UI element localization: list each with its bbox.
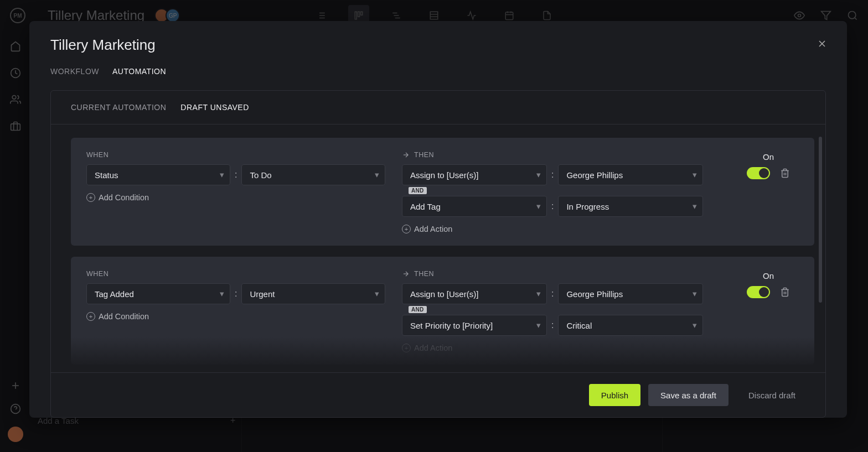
add-condition-label: Add Condition [99, 312, 149, 321]
when-value-select[interactable]: To Do ▾ [241, 164, 385, 185]
toggle-label: On [763, 271, 774, 280]
svg-line-22 [855, 18, 857, 20]
arrow-right-icon [402, 270, 410, 278]
svg-marker-20 [822, 12, 831, 20]
select-value: Critical [566, 321, 592, 330]
svg-point-24 [12, 96, 16, 100]
briefcase-icon[interactable] [10, 121, 21, 132]
add-condition-label: Add Condition [99, 193, 149, 202]
svg-rect-8 [361, 12, 363, 15]
svg-rect-15 [505, 12, 513, 20]
select-value: Status [95, 170, 118, 180]
select-value: Urgent [250, 289, 275, 299]
chevron-down-icon: ▾ [220, 289, 224, 299]
select-value: Assign to [User(s)] [410, 170, 478, 180]
recent-icon[interactable] [10, 67, 21, 79]
select-value: George Phillips [566, 289, 623, 299]
select-value: Assign to [User(s)] [410, 289, 478, 299]
delete-rule-button[interactable] [780, 287, 790, 297]
colon: : [235, 170, 237, 180]
close-button[interactable] [815, 37, 829, 51]
plus-circle-icon: + [86, 312, 95, 321]
select-value: Tag Added [95, 289, 134, 299]
modal-title: Tillery Marketing [50, 37, 826, 54]
home-icon[interactable] [10, 41, 21, 52]
when-field-select[interactable]: Tag Added ▾ [86, 283, 230, 304]
svg-rect-25 [11, 124, 20, 131]
add-condition-button[interactable]: + Add Condition [86, 312, 396, 321]
add-action-button[interactable]: + Add Action [402, 225, 732, 233]
chevron-down-icon: ▾ [536, 201, 541, 211]
search-icon[interactable] [847, 10, 858, 21]
and-badge: AND [409, 306, 427, 313]
chevron-down-icon: ▾ [536, 320, 541, 330]
automation-modal: Tillery Marketing WORKFLOW AUTOMATION CU… [29, 21, 847, 418]
action-value-select[interactable]: In Progress ▾ [558, 196, 703, 217]
scrollbar[interactable] [819, 137, 822, 303]
chevron-down-icon: ▾ [536, 170, 541, 180]
action-value-select[interactable]: George Phillips ▾ [558, 164, 703, 185]
plus-icon[interactable] [10, 380, 21, 391]
plus-circle-icon: + [402, 225, 411, 233]
tab-current-automation[interactable]: CURRENT AUTOMATION [71, 103, 166, 112]
action-select[interactable]: Assign to [User(s)] ▾ [402, 283, 547, 304]
add-action-button[interactable]: + Add Action [402, 344, 732, 352]
select-value: George Phillips [566, 170, 623, 180]
team-icon[interactable] [10, 94, 21, 105]
colon: : [551, 289, 554, 299]
action-select[interactable]: Add Tag ▾ [402, 196, 547, 217]
select-value: To Do [250, 170, 271, 180]
publish-button[interactable]: Publish [589, 384, 640, 406]
svg-point-19 [798, 14, 801, 17]
add-action-label: Add Action [414, 225, 452, 233]
modal-footer: Publish Save as a draft Discard draft [51, 372, 825, 417]
save-draft-button[interactable]: Save as a draft [648, 384, 728, 406]
rule-toggle[interactable] [747, 286, 770, 298]
then-label: THEN [402, 151, 732, 159]
rules-container: WHEN Status ▾ : To Do ▾ + [51, 124, 825, 372]
when-value-select[interactable]: Urgent ▾ [241, 283, 385, 304]
action-select[interactable]: Assign to [User(s)] ▾ [402, 164, 547, 185]
svg-rect-6 [355, 12, 356, 19]
discard-draft-button[interactable]: Discard draft [736, 384, 808, 406]
tab-automation[interactable]: AUTOMATION [112, 67, 166, 78]
chevron-down-icon: ▾ [693, 320, 697, 330]
tab-workflow[interactable]: WORKFLOW [50, 67, 99, 78]
action-value-select[interactable]: George Phillips ▾ [558, 283, 703, 304]
colon: : [235, 289, 237, 299]
when-label: WHEN [86, 151, 396, 159]
automation-rule: WHEN Status ▾ : To Do ▾ + [71, 138, 814, 246]
add-action-label: Add Action [414, 344, 452, 352]
colon: : [551, 201, 554, 211]
colon: : [551, 170, 554, 180]
app-logo: PM [10, 8, 25, 23]
action-select[interactable]: Set Priority to [Priority] ▾ [402, 315, 547, 336]
svg-rect-7 [358, 12, 360, 17]
colon: : [551, 320, 554, 330]
user-avatar[interactable] [8, 427, 23, 442]
when-label: WHEN [86, 270, 396, 278]
side-rail [0, 31, 31, 452]
action-value-select[interactable]: Critical ▾ [558, 315, 703, 336]
chevron-down-icon: ▾ [536, 289, 541, 299]
add-condition-button[interactable]: + Add Condition [86, 193, 396, 202]
chevron-down-icon: ▾ [693, 170, 697, 180]
svg-rect-12 [430, 12, 438, 19]
select-value: In Progress [566, 202, 609, 211]
eye-icon[interactable] [794, 10, 805, 21]
filter-icon[interactable] [820, 10, 831, 21]
delete-rule-button[interactable] [780, 168, 790, 178]
chevron-down-icon: ▾ [693, 289, 697, 299]
plus-circle-icon: + [402, 344, 411, 352]
toggle-label: On [763, 152, 774, 162]
tab-draft-unsaved[interactable]: DRAFT UNSAVED [180, 103, 249, 112]
svg-point-21 [849, 12, 856, 19]
select-value: Add Tag [410, 202, 441, 211]
chevron-down-icon: ▾ [693, 201, 697, 211]
help-icon[interactable] [10, 403, 21, 414]
rule-toggle[interactable] [747, 167, 770, 179]
when-field-select[interactable]: Status ▾ [86, 164, 230, 185]
and-badge: AND [409, 187, 427, 194]
then-label: THEN [402, 270, 732, 278]
arrow-right-icon [402, 151, 410, 159]
